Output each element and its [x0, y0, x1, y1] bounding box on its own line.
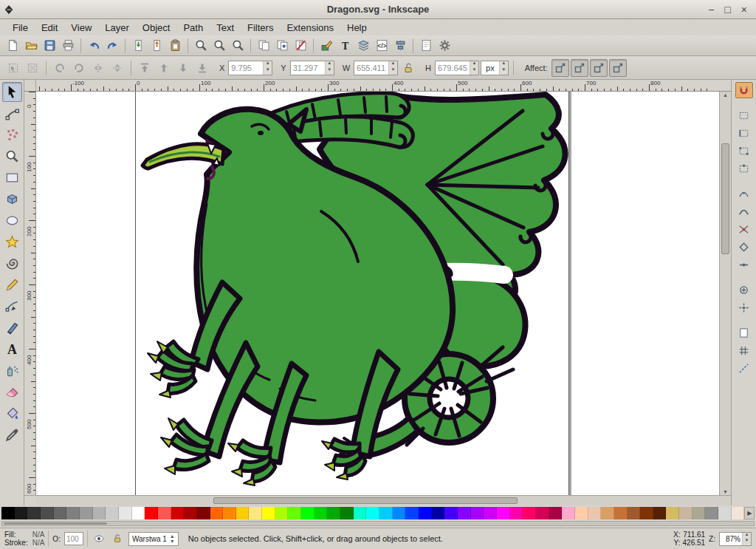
palette-swatch[interactable]: [510, 507, 523, 519]
palette-swatch[interactable]: [301, 507, 315, 519]
scale-stroke-icon[interactable]: [551, 59, 569, 77]
layer-visibility-icon[interactable]: [92, 531, 106, 546]
palette-swatch[interactable]: [210, 507, 224, 519]
palette-swatch[interactable]: [184, 507, 197, 519]
palette-swatch[interactable]: [315, 507, 328, 519]
snap-node-icon[interactable]: [735, 185, 753, 202]
palette-swatch[interactable]: [628, 507, 641, 519]
zoom-page-icon[interactable]: [210, 37, 228, 55]
vertical-scroll-thumb[interactable]: [721, 143, 729, 254]
palette-swatch[interactable]: [693, 507, 706, 519]
tool-star[interactable]: [2, 232, 22, 252]
palette-swatch[interactable]: [379, 507, 393, 519]
fill-stroke-indicator[interactable]: Fill: N/A Stroke: N/A: [4, 531, 44, 547]
menu-layer[interactable]: Layer: [98, 21, 136, 35]
menu-edit[interactable]: Edit: [35, 21, 64, 35]
menu-object[interactable]: Object: [136, 21, 177, 35]
text-dialog-icon[interactable]: T: [336, 37, 354, 55]
palette-swatch[interactable]: [275, 507, 289, 519]
palette-swatch[interactable]: [236, 507, 250, 519]
palette-swatch[interactable]: [705, 507, 718, 519]
flip-vertical-icon[interactable]: [109, 59, 126, 77]
palette-swatch[interactable]: [718, 507, 732, 519]
palette-swatch[interactable]: [132, 507, 145, 519]
snap-bbox-midpoint-icon[interactable]: [735, 160, 753, 177]
palette-swatch[interactable]: [158, 507, 171, 519]
palette-swatch[interactable]: [458, 507, 471, 519]
palette-swatch[interactable]: [393, 507, 406, 519]
snap-enable-icon[interactable]: [735, 82, 753, 98]
palette-swatch[interactable]: [444, 507, 458, 519]
document-print-icon[interactable]: [59, 37, 77, 55]
scroll-up-icon[interactable]: ▲: [720, 92, 731, 98]
palette-swatch[interactable]: [93, 507, 106, 519]
palette-swatch[interactable]: [601, 507, 614, 519]
document-import-icon[interactable]: [129, 37, 147, 55]
palette-swatch[interactable]: [484, 507, 497, 519]
document-save-icon[interactable]: [41, 37, 58, 55]
palette-swatch[interactable]: [405, 507, 419, 519]
scroll-down-icon[interactable]: ▼: [720, 489, 731, 494]
palette-swatch[interactable]: [15, 507, 28, 519]
tool-text[interactable]: A: [2, 339, 22, 359]
document-new-icon[interactable]: [4, 37, 21, 55]
tool-paintbucket[interactable]: [2, 403, 22, 423]
menu-view[interactable]: View: [64, 21, 98, 35]
horizontal-scrollbar[interactable]: [36, 495, 731, 505]
palette-swatch[interactable]: [366, 507, 379, 519]
snap-bbox-icon[interactable]: [735, 107, 753, 123]
tool-pencil[interactable]: [2, 275, 22, 295]
tool-rect[interactable]: [2, 168, 22, 188]
tool-ellipse[interactable]: [2, 211, 22, 231]
tool-selector[interactable]: [2, 82, 22, 102]
zoom-selection-icon[interactable]: [229, 37, 247, 55]
document-export-icon[interactable]: [148, 37, 165, 55]
palette-swatch[interactable]: [432, 507, 445, 519]
palette-swatch[interactable]: [27, 507, 41, 519]
menu-file[interactable]: File: [6, 21, 35, 35]
maximize-icon[interactable]: □: [724, 0, 730, 19]
document-properties-icon[interactable]: [417, 37, 435, 55]
raise-to-top-icon[interactable]: [136, 59, 154, 77]
lock-ratio-icon[interactable]: [399, 59, 417, 77]
palette-swatch[interactable]: [575, 507, 588, 519]
palette-scroll-thumb[interactable]: [4, 522, 107, 525]
fill-stroke-dialog-icon[interactable]: [317, 37, 335, 55]
palette-swatch[interactable]: [588, 507, 602, 519]
rotate-cw-icon[interactable]: [70, 59, 88, 77]
xml-editor-icon[interactable]: </>: [373, 37, 391, 55]
menu-extensions[interactable]: Extensions: [280, 21, 340, 35]
palette-swatch[interactable]: [549, 507, 563, 519]
edit-undo-icon[interactable]: [85, 37, 103, 55]
palette-swatch[interactable]: [419, 507, 432, 519]
minimize-icon[interactable]: −: [708, 0, 714, 19]
snap-center-icon[interactable]: [735, 282, 753, 298]
clone-icon[interactable]: [273, 37, 291, 55]
palette-swatch[interactable]: [497, 507, 510, 519]
align-dialog-icon[interactable]: [391, 37, 409, 55]
snap-grid-icon[interactable]: [735, 342, 753, 358]
deselect-icon[interactable]: [24, 59, 41, 77]
palette-swatch[interactable]: [666, 507, 679, 519]
layer-dropdown[interactable]: Warstwa 1 ▲▼: [128, 532, 179, 546]
horizontal-scroll-thumb[interactable]: [213, 497, 518, 504]
palette-swatch[interactable]: [171, 507, 185, 519]
snap-bbox-corner-icon[interactable]: [735, 143, 753, 159]
palette-swatch[interactable]: [653, 507, 667, 519]
palette-scrollbar[interactable]: [1, 521, 755, 526]
vertical-ruler[interactable]: 0100200300400500600: [24, 92, 36, 495]
palette-swatch[interactable]: [197, 507, 210, 519]
menu-path[interactable]: Path: [176, 21, 210, 35]
palette-swatch[interactable]: [41, 507, 54, 519]
palette-swatch[interactable]: [249, 507, 262, 519]
layers-dialog-icon[interactable]: [354, 37, 372, 55]
snap-rotation-center-icon[interactable]: [735, 299, 753, 316]
tool-tweak[interactable]: [2, 125, 22, 145]
vertical-scrollbar[interactable]: ▲ ▼: [719, 92, 731, 495]
palette-swatch[interactable]: [679, 507, 693, 519]
palette-swatch[interactable]: [119, 507, 132, 519]
unlink-clone-icon[interactable]: [292, 37, 309, 55]
move-gradients-icon[interactable]: [590, 59, 608, 77]
palette-swatch[interactable]: [327, 507, 340, 519]
palette-swatch[interactable]: [536, 507, 549, 519]
